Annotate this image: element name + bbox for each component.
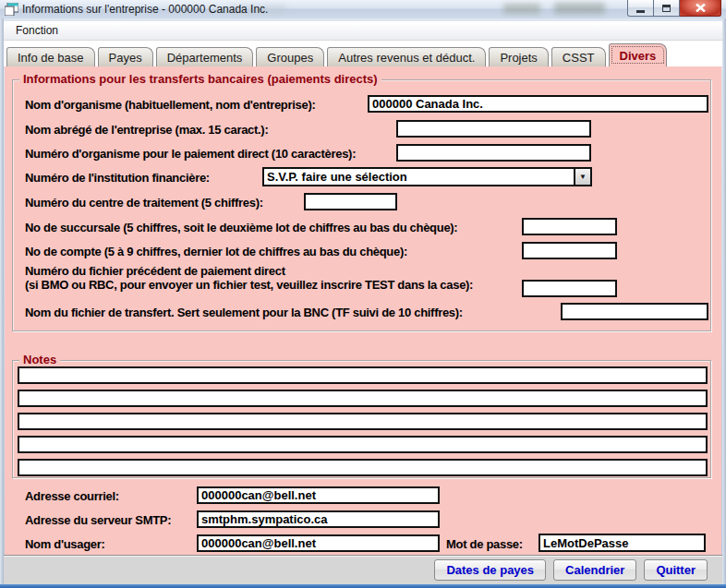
window-left-border [0,18,4,584]
note-input-3[interactable] [18,413,708,430]
app-window: Informations sur l'entreprise - 000000 C… [0,0,726,588]
tab-autres-revenus[interactable]: Autres revenus et déduct. [327,47,486,66]
previous-file-label-line1: Numéro du fichier précédent de paiement … [25,264,285,278]
tab-strip: Info de base Payes Départements Groupes … [6,43,720,66]
maximize-icon [662,5,671,12]
glass-reflection [503,4,540,14]
tab-divers[interactable]: Divers [609,43,668,66]
menu-fonction[interactable]: Fonction [11,22,63,40]
email-label: Adresse courriel: [25,489,119,503]
institution-selected-value: S.V.P. faire une sélection [264,170,574,184]
institution-label: Numéro de l'institution financière: [25,171,210,185]
note-input-1[interactable] [18,366,708,384]
pay-dates-button[interactable]: Dates de payes [434,559,546,581]
processing-center-label: Numéro du centre de traitement (5 chiffr… [25,196,263,210]
institution-dropdown-button[interactable]: ▼ [574,169,590,185]
window-title: Informations sur l'entreprise - 000000 C… [22,3,268,16]
org-name-label: Nom d'organisme (habituellement, nom d'e… [25,98,315,112]
divers-tab-panel: Informations pour les transferts bancair… [5,66,721,555]
short-name-label: Nom abrégé de l'entreprise (max. 15 cara… [25,123,268,137]
chevron-down-icon: ▼ [579,173,587,181]
calendar-button[interactable]: Calendrier [553,559,636,581]
processing-center-input[interactable] [304,193,397,210]
transfer-file-label: Nom du fichier de transfert. Sert seulem… [25,306,463,319]
account-number-label: No de compte (5 à 9 chiffres, dernier lo… [25,245,407,258]
smtp-server-label: Adresse du serveur SMTP: [25,513,171,527]
username-label: Nom d'usager: [25,537,105,551]
password-label: Mot de passe: [446,537,523,551]
window-bottom-border [0,584,726,588]
window-right-border [722,18,726,584]
note-input-2[interactable] [18,390,708,407]
title-bar: Informations sur l'entreprise - 000000 C… [0,0,726,18]
previous-file-input[interactable] [522,280,617,297]
footer-bar: Dates de payes Calendrier Quitter [4,555,722,584]
close-icon [696,4,706,12]
previous-file-label-line2: (si BMO ou RBC, pour envoyer un fichier … [25,278,473,292]
smtp-server-input[interactable] [197,510,440,528]
bank-transfers-group-title: Informations pour les transferts bancair… [19,72,381,86]
account-number-input[interactable] [522,242,617,259]
maximize-button[interactable] [654,0,680,17]
password-input[interactable] [538,534,706,552]
close-button[interactable] [680,0,721,17]
tab-info-de-base[interactable]: Info de base [6,47,95,66]
org-number-label: Numéro d'organisme pour le paiement dire… [25,147,356,161]
minimize-icon [636,10,645,13]
bank-transfers-group: Informations pour les transferts bancair… [12,79,711,331]
tab-payes[interactable]: Payes [98,47,153,66]
window-controls [627,0,721,17]
notes-group-title: Notes [19,353,60,366]
window-form-icon [5,3,18,16]
institution-select[interactable]: S.V.P. faire une sélection ▼ [262,167,592,186]
quit-button[interactable]: Quitter [644,559,708,581]
branch-number-input[interactable] [522,218,617,235]
short-name-input[interactable] [396,120,591,138]
org-name-input[interactable] [368,95,708,113]
note-input-4[interactable] [18,436,708,453]
transfer-file-input[interactable] [561,303,708,320]
org-number-input[interactable] [396,144,591,162]
username-input[interactable] [197,534,440,552]
menu-bar: Fonction [4,22,722,41]
note-input-5[interactable] [18,459,708,476]
notes-group: Notes [12,360,711,478]
tab-csst[interactable]: CSST [551,47,606,66]
tab-groupes[interactable]: Groupes [256,47,324,66]
minimize-button[interactable] [627,0,654,17]
tab-projets[interactable]: Projets [489,47,548,66]
branch-number-label: No de succursale (5 chiffres, soit le de… [25,221,457,234]
email-input[interactable] [197,486,440,504]
tab-departements[interactable]: Départements [156,47,254,66]
glass-reflection [554,3,605,14]
